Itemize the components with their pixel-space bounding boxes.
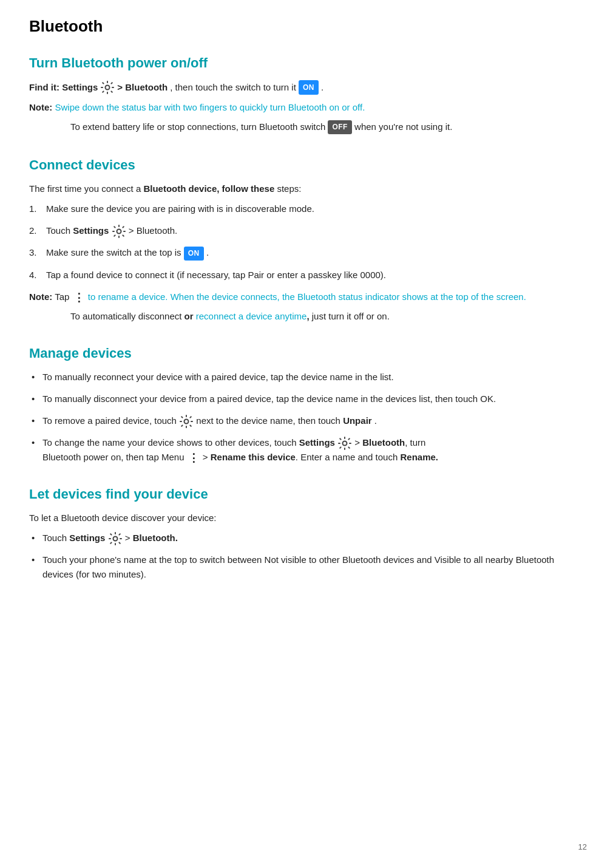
connect-intro-prefix: The first time you connect a [29,183,141,194]
find-it-middle: > Bluetooth [117,80,168,95]
manage-item-1: To manually reconnect your device with a… [29,370,580,384]
gear-icon-5 [109,532,122,545]
let-devices-item-1: Touch Settings > Bluetooth. [29,531,580,545]
note-label-1: Note: [29,102,52,112]
manage-item-4-settings-suffix: > Bluetooth, turn [354,437,425,448]
step-3-suffix: . [206,247,209,257]
off-badge-1: OFF [328,120,352,134]
step-2-content: Touch Settings > Bluetooth. [46,223,177,238]
manage-item-3-bold: Unpair [343,415,372,426]
gear-icon-4 [338,437,351,450]
let-devices-item-1-prefix: Touch Settings [42,533,108,543]
manage-item-3-middle: next to the device name, then touch [196,415,343,426]
gear-icon-3 [180,415,193,428]
menu-dots-note: ⋮ [73,292,84,303]
on-badge-2: ON [184,247,204,261]
page-number: 12 [578,842,587,851]
connect-intro-bold: Bluetooth device, follow these [143,183,274,194]
svg-point-2 [184,420,189,424]
step-3-prefix: Make sure the switch at the top is [46,247,181,257]
manage-item-1-text: To manually reconnect your device with a… [42,372,394,382]
note-text-1: Swipe down the status bar with two finge… [55,102,365,112]
gear-icon-1 [101,81,114,94]
manage-item-4: To change the name your device shows to … [29,435,580,465]
step-4-text: Tap a found device to connect it (if nec… [46,268,386,282]
step-3: 3. Make sure the switch at the top is ON… [29,245,580,261]
manage-list: To manually reconnect your device with a… [29,370,580,465]
step-2-num: 2. [29,223,41,238]
find-it-suffix: , then touch the switch to turn it [170,80,296,95]
manage-item-2-text: To manually disconnect your device from … [42,394,496,404]
let-devices-item-2: Touch your phone's name at the top to sw… [29,553,580,582]
find-it-prefix: Find it: Settings [29,80,98,95]
on-badge-1: ON [299,80,319,95]
indent-text-1: To extend battery life or stop connectio… [70,121,325,132]
svg-point-1 [117,230,121,234]
manage-item-3-prefix: To remove a paired device, touch [42,415,179,426]
note-label-2: Note: [29,292,52,302]
menu-dots-manage: ⋮ [188,452,199,463]
note-connect: Note: Tap ⋮ to rename a device. When the… [29,290,580,304]
let-devices-item-2-text: Touch your phone's name at the top to sw… [42,554,554,579]
step-2-suffix: > Bluetooth. [129,225,177,236]
page-title: Bluetooth [29,17,580,36]
section-manage-heading: Manage devices [29,346,580,361]
let-devices-item-1-suffix: > Bluetooth. [125,533,178,543]
step-3-num: 3. [29,245,41,261]
section-turn-bluetooth-heading: Turn Bluetooth power on/off [29,55,580,71]
manage-item-3-suffix: . [374,415,377,426]
step-3-content: Make sure the switch at the top is ON . [46,245,209,261]
svg-point-4 [113,537,117,541]
indent-suffix-1: when you're not using it. [354,121,452,132]
connect-steps-list: 1. Make sure the device you are pairing … [29,202,580,282]
let-devices-list: Touch Settings > Bluetooth. Touch your p… [29,531,580,582]
note-connect-prefix: Tap [55,292,72,302]
manage-item-3: To remove a paired device, touch next to… [29,414,580,428]
section-let-devices-heading: Let devices find your device [29,486,580,502]
step-1-num: 1. [29,202,41,216]
note-connect-middle: to rename a device. When the device conn… [88,292,526,302]
step-1-text: Make sure the device you are pairing wit… [46,202,314,216]
manage-item-4-rename: > Rename this device. Enter a name and t… [203,452,438,462]
manage-item-4-line2: Bluetooth power on, then tap Menu [42,452,187,462]
svg-point-0 [106,85,110,89]
connect-intro: The first time you connect a Bluetooth d… [29,182,580,196]
step-2-bold: Settings [73,225,109,236]
let-devices-intro: To let a Bluetooth device discover your … [29,511,580,525]
step-2-prefix: Touch [46,225,70,236]
svg-point-3 [343,442,347,446]
step-4-num: 4. [29,268,41,282]
note-turn-bluetooth: Note: Swipe down the status bar with two… [29,100,580,115]
manage-item-4-prefix: To change the name your device shows to … [42,437,337,448]
gear-icon-2 [112,225,126,238]
indent-disconnect-prefix: To automatically disconnect or reconnect… [70,311,390,321]
step-4: 4. Tap a found device to connect it (if … [29,268,580,282]
manage-item-2: To manually disconnect your device from … [29,392,580,406]
connect-intro-suffix: steps: [277,183,301,194]
section-connect-heading: Connect devices [29,157,580,173]
indent-disconnect: To automatically disconnect or reconnect… [70,309,580,324]
step-2: 2. Touch Settings > Bluetooth. [29,223,580,238]
find-it-line: Find it: Settings > Bluetooth , then tou… [29,80,580,95]
indent-battery: To extend battery life or stop connectio… [70,120,580,135]
step-1: 1. Make sure the device you are pairing … [29,202,580,216]
